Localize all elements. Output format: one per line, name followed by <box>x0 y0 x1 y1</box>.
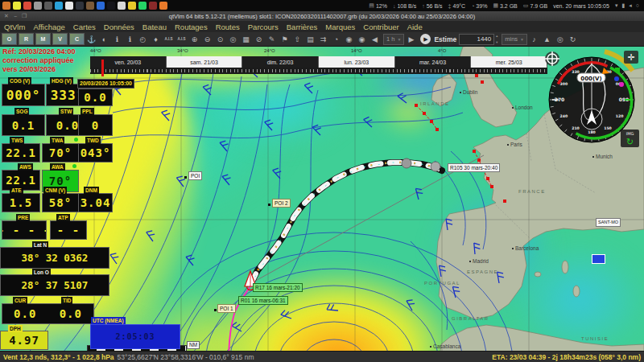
menu-affichage[interactable]: Affichage <box>29 23 68 31</box>
menu-qtvlm[interactable]: QtVlm <box>0 23 29 31</box>
menu-routages[interactable]: Routages <box>171 23 212 31</box>
taskbar-app-icon-0[interactable] <box>2 2 10 10</box>
refresh-icon[interactable]: ↻ <box>567 34 579 45</box>
taskbar-app-icon-10[interactable] <box>107 2 115 10</box>
window-buttons[interactable]: ✕−❐ <box>4 11 27 21</box>
timeline-day-6[interactable]: mer. 25/03 <box>471 56 547 68</box>
taskbar-app-icon-2[interactable] <box>23 2 31 10</box>
prev-frame-button[interactable]: ◀ <box>369 34 381 45</box>
poi-label-poi2[interactable]: POI 2 <box>272 199 291 208</box>
minimize-button[interactable]: − <box>14 14 17 19</box>
crosshair-icon[interactable] <box>545 51 559 66</box>
menu-barrières[interactable]: Barrières <box>283 23 322 31</box>
timeline-day-3[interactable]: dim. 22/03 <box>242 56 319 68</box>
battery-icon[interactable]: ▮ <box>621 2 625 9</box>
menu-contribuer[interactable]: Contribuer <box>359 23 402 31</box>
timeline-cursor[interactable] <box>101 60 104 76</box>
alarm-bell-icon[interactable]: ♪ <box>528 34 540 45</box>
menu-cartes[interactable]: Cartes <box>69 23 100 31</box>
expand-icon[interactable]: ✛ <box>624 51 638 64</box>
menu-bateau[interactable]: Bateau <box>138 23 171 31</box>
next-frame-button[interactable]: ▶ <box>405 34 417 45</box>
maximize-button[interactable]: ❐ <box>22 13 27 19</box>
chart-preset-c-button[interactable]: C <box>69 33 85 45</box>
ais-target-icon[interactable]: A.I.S <box>175 34 188 45</box>
taskbar-app-icon-11[interactable] <box>118 2 126 10</box>
power-icon[interactable]: ○ <box>636 2 639 9</box>
taskbar-app-icon-13[interactable] <box>138 2 147 10</box>
route-label-r17[interactable]: R17 16 mars-21:20 <box>253 283 303 292</box>
grib-hide-icon[interactable]: ◐ <box>98 34 110 45</box>
estime-unit-combo[interactable]: mins▼ <box>502 34 527 45</box>
timeline-ruler[interactable] <box>90 68 547 74</box>
pie-icon[interactable]: ◔ <box>330 34 342 45</box>
zoom-in-icon[interactable]: ⊕ <box>188 34 200 45</box>
zoom-out-icon[interactable]: ⊖ <box>201 34 213 45</box>
taskbar-app-icon-1[interactable] <box>13 2 21 10</box>
wifi-icon[interactable]: ▾ <box>615 2 618 9</box>
route-label-r105[interactable]: R105 30 mars-20:40 <box>448 163 500 172</box>
estime-value-input[interactable]: 1440 <box>459 34 494 45</box>
instrument-utc-label: UTC (NMEA) <box>91 317 126 324</box>
taskbar-app-icon-6[interactable] <box>65 2 73 10</box>
taskbar-app-icon-9[interactable] <box>97 2 105 10</box>
menu-marques[interactable]: Marques <box>321 23 359 31</box>
ais-list-icon[interactable]: A.I.S <box>163 34 175 45</box>
estime-spinner[interactable]: ▲▼ <box>495 35 499 44</box>
instrument-tws-display: 22.1 <box>2 143 40 162</box>
instrument-cog-label: COG (V) <box>8 77 31 84</box>
marker-icon[interactable]: ♦ <box>150 34 162 45</box>
info-icon[interactable]: ℹ <box>111 34 123 45</box>
taskbar-app-icon-7[interactable] <box>76 2 84 10</box>
taskbar-app-icon-5[interactable] <box>55 2 63 10</box>
chart-preset-r-button[interactable]: R <box>19 33 34 45</box>
globe2-icon[interactable]: ◉ <box>356 34 368 45</box>
folder-icon[interactable]: ▤ <box>304 34 316 45</box>
timeline-day-5[interactable]: mar. 24/03 <box>395 56 472 68</box>
mob-icon[interactable]: ▲ <box>541 34 553 45</box>
chart-preset-v-button[interactable]: V <box>52 33 68 45</box>
search-icon[interactable]: ⊘ <box>253 34 265 45</box>
taskbar-app-icon-15[interactable] <box>159 2 167 10</box>
volume-icon[interactable]: ◂ <box>629 2 632 9</box>
flag-icon[interactable]: ⚑ <box>279 34 291 45</box>
poi-dot-poi1[interactable] <box>214 309 217 311</box>
poi-label-poi1[interactable]: POI 1 <box>217 304 236 313</box>
timeline-day-2[interactable]: sam. 21/03 <box>167 56 243 68</box>
tray-stats: ▤12%↓108 B/s↑56 B/s‡49°C◔39%▦3.2 GB▭7.9 … <box>369 2 547 9</box>
wind-barb-icon[interactable]: ⇉ <box>317 34 329 45</box>
arrow-up-icon[interactable]: ⇧ <box>291 34 303 45</box>
menu-aide[interactable]: Aide <box>403 23 427 31</box>
chart-preset-o-button[interactable]: O <box>2 33 17 45</box>
instrument-dnm-display: 3.04 <box>78 193 113 212</box>
taskbar-app-icon-3[interactable] <box>34 2 42 10</box>
taskbar-app-icon-14[interactable] <box>149 2 157 10</box>
poi-dot-poi[interactable] <box>184 176 187 179</box>
target-icon[interactable]: ◎ <box>554 34 566 45</box>
close-button[interactable]: ✕ <box>4 13 9 19</box>
zoom-all-icon[interactable]: ◎ <box>227 34 239 45</box>
play-button[interactable]: ▶ <box>420 34 431 44</box>
globe-icon[interactable]: ◉ <box>343 34 355 45</box>
img-refresh-icon[interactable]: IMG ↻ <box>621 130 639 147</box>
menu-routes[interactable]: Routes <box>212 23 244 31</box>
anchor-icon[interactable]: ⚓ <box>85 34 97 45</box>
chart-preset-m-button[interactable]: M <box>35 33 51 45</box>
grid-icon[interactable]: ▦ <box>240 34 252 45</box>
time-step-combo[interactable]: 1 h▼ <box>383 34 404 45</box>
poi-label-poi[interactable]: POI <box>188 171 202 180</box>
grib-info-icon[interactable]: ℹ <box>124 34 136 45</box>
menu-parcours[interactable]: Parcours <box>244 23 283 31</box>
zoom-select-icon[interactable]: ⊙ <box>214 34 226 45</box>
desktop-taskbar: ▤12%↓108 B/s↑56 B/s‡49°C◔39%▦3.2 GB▭7.9 … <box>0 0 644 11</box>
taskbar-app-icon-8[interactable] <box>86 2 94 10</box>
poi-dot-poi2[interactable] <box>268 204 270 206</box>
clock-icon[interactable]: ◴ <box>137 34 149 45</box>
menu-données[interactable]: Données <box>100 23 138 31</box>
pencil-icon[interactable]: ✎ <box>266 34 278 45</box>
timeline-day-4[interactable]: lun. 23/03 <box>319 56 395 68</box>
taskbar-app-icon-4[interactable] <box>44 2 52 10</box>
compass-rose[interactable]: 030060090120150180210240270300330 000(V)… <box>538 47 644 153</box>
route-label-r01[interactable]: R01 16 mars-06:31 <box>238 296 288 305</box>
taskbar-app-icon-12[interactable] <box>128 2 136 10</box>
